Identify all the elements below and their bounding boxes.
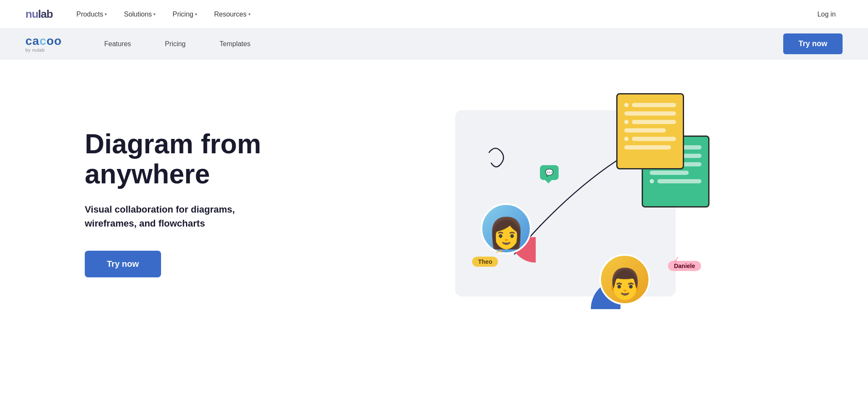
avatar-theo: 👩 <box>481 203 531 254</box>
try-now-header-button[interactable]: Try now <box>783 33 843 54</box>
nav-resources[interactable]: Resources ▾ <box>207 7 257 22</box>
chevron-down-icon: ▾ <box>105 12 107 17</box>
try-now-hero-button[interactable]: Try now <box>85 251 161 277</box>
top-navigation: nulab Products ▾ Solutions ▾ Pricing ▾ R… <box>0 0 868 29</box>
subnav-templates[interactable]: Templates <box>203 36 267 52</box>
nav-pricing-label: Pricing <box>172 11 193 18</box>
nav-solutions-label: Solutions <box>124 11 152 18</box>
chevron-down-icon: ▾ <box>248 12 250 17</box>
illustration-background: 💬 👩 👨 Theo ↗ Daniele ↙ <box>455 110 676 296</box>
nulab-logo[interactable]: nulab <box>25 8 53 21</box>
sub-nav-links: Features Pricing Templates <box>87 36 783 52</box>
doc-line <box>650 171 689 175</box>
sub-nav-right: Try now <box>783 33 843 54</box>
sub-navigation: cacoo by nulab Features Pricing Template… <box>0 29 868 59</box>
login-button[interactable]: Log in <box>810 7 843 21</box>
chat-bubble: 💬 <box>540 165 559 180</box>
hero-section: Diagram from anywhere Visual collaborati… <box>0 59 868 347</box>
doc-line <box>624 145 671 149</box>
doc-yellow-card <box>616 93 684 169</box>
subnav-features[interactable]: Features <box>87 36 148 52</box>
hero-content: Diagram from anywhere Visual collaborati… <box>85 129 288 277</box>
doc-line <box>632 103 676 107</box>
avatar-daniele-face: 👨 <box>606 269 643 299</box>
nav-products[interactable]: Products ▾ <box>70 7 114 22</box>
doc-dot <box>650 179 654 183</box>
chevron-down-icon: ▾ <box>153 12 156 17</box>
chat-icon: 💬 <box>545 169 554 176</box>
doc-line <box>624 111 676 116</box>
nav-products-label: Products <box>76 11 103 18</box>
top-nav-right: Log in <box>810 11 843 18</box>
nav-resources-label: Resources <box>214 11 246 18</box>
hero-subtitle: Visual collaboration for diagrams, wiref… <box>85 202 288 230</box>
doc-line <box>624 128 666 133</box>
cacoo-by-nulab: by nulab <box>25 48 62 53</box>
doc-dot <box>624 120 629 124</box>
avatar-theo-face: 👩 <box>488 218 525 248</box>
doc-line <box>632 137 676 141</box>
hero-title: Diagram from anywhere <box>85 129 288 189</box>
chevron-down-icon: ▾ <box>195 12 197 17</box>
subnav-pricing[interactable]: Pricing <box>148 36 203 52</box>
hero-illustration: 💬 👩 👨 Theo ↗ Daniele ↙ <box>288 93 843 313</box>
cacoo-logo[interactable]: cacoo by nulab <box>25 35 62 53</box>
top-nav-links: Products ▾ Solutions ▾ Pricing ▾ Resourc… <box>70 7 810 22</box>
doc-dot <box>624 103 629 107</box>
doc-dot <box>624 137 629 141</box>
doc-line <box>632 120 676 124</box>
nulab-logo-text: nulab <box>25 8 53 20</box>
avatar-daniele: 👨 <box>599 254 650 305</box>
name-label-theo: Theo <box>472 257 498 267</box>
nav-solutions[interactable]: Solutions ▾ <box>117 7 162 22</box>
doc-line <box>657 179 701 183</box>
cacoo-logo-text: cacoo <box>25 35 62 47</box>
nav-pricing[interactable]: Pricing ▾ <box>166 7 204 22</box>
